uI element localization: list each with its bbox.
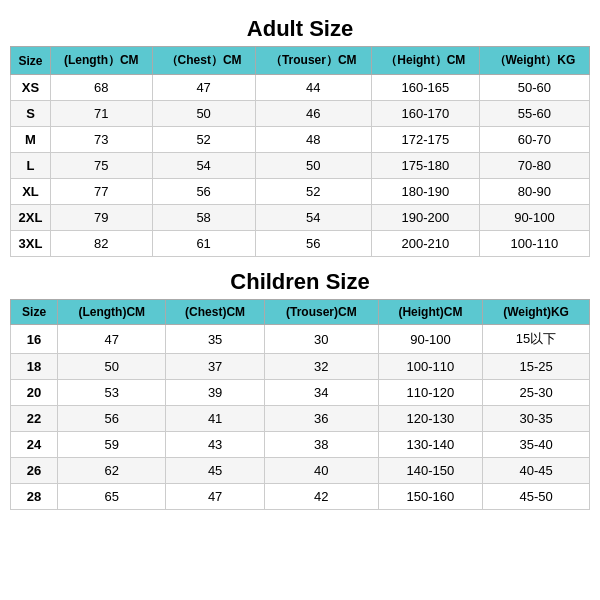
table-cell: 41 bbox=[166, 406, 265, 432]
table-cell: 38 bbox=[264, 432, 378, 458]
table-cell: 79 bbox=[51, 205, 153, 231]
table-cell: 50 bbox=[255, 153, 371, 179]
table-cell: 30-35 bbox=[483, 406, 590, 432]
table-cell: 46 bbox=[255, 101, 371, 127]
table-cell: 30 bbox=[264, 325, 378, 354]
table-cell: 34 bbox=[264, 380, 378, 406]
table-cell: 65 bbox=[58, 484, 166, 510]
table-row: XS684744160-16550-60 bbox=[11, 75, 590, 101]
adult-col-header: （Chest）CM bbox=[152, 47, 255, 75]
table-cell: 40 bbox=[264, 458, 378, 484]
children-col-header: (Height)CM bbox=[378, 300, 482, 325]
table-cell: 71 bbox=[51, 101, 153, 127]
table-cell: 18 bbox=[11, 354, 58, 380]
table-row: 20533934110-12025-30 bbox=[11, 380, 590, 406]
table-cell: 50 bbox=[152, 101, 255, 127]
table-row: 24594338130-14035-40 bbox=[11, 432, 590, 458]
table-cell: 39 bbox=[166, 380, 265, 406]
table-cell: 110-120 bbox=[378, 380, 482, 406]
table-cell: 59 bbox=[58, 432, 166, 458]
table-cell: 130-140 bbox=[378, 432, 482, 458]
table-cell: 40-45 bbox=[483, 458, 590, 484]
table-cell: 56 bbox=[152, 179, 255, 205]
table-row: XL775652180-19080-90 bbox=[11, 179, 590, 205]
table-cell: 50 bbox=[58, 354, 166, 380]
adult-col-header: （Height）CM bbox=[371, 47, 479, 75]
table-cell: 60-70 bbox=[479, 127, 589, 153]
table-cell: 26 bbox=[11, 458, 58, 484]
table-cell: 100-110 bbox=[479, 231, 589, 257]
children-col-header: (Length)CM bbox=[58, 300, 166, 325]
table-row: M735248172-17560-70 bbox=[11, 127, 590, 153]
table-cell: 44 bbox=[255, 75, 371, 101]
table-cell: 175-180 bbox=[371, 153, 479, 179]
table-cell: 58 bbox=[152, 205, 255, 231]
table-cell: 180-190 bbox=[371, 179, 479, 205]
table-cell: 2XL bbox=[11, 205, 51, 231]
table-cell: 68 bbox=[51, 75, 153, 101]
table-cell: 47 bbox=[166, 484, 265, 510]
table-cell: 35-40 bbox=[483, 432, 590, 458]
table-cell: 77 bbox=[51, 179, 153, 205]
table-cell: 16 bbox=[11, 325, 58, 354]
table-cell: 55-60 bbox=[479, 101, 589, 127]
table-cell: 54 bbox=[152, 153, 255, 179]
table-row: 26624540140-15040-45 bbox=[11, 458, 590, 484]
table-cell: 61 bbox=[152, 231, 255, 257]
children-col-header: (Weight)KG bbox=[483, 300, 590, 325]
table-cell: 15以下 bbox=[483, 325, 590, 354]
adult-col-header: （Weight）KG bbox=[479, 47, 589, 75]
table-cell: 90-100 bbox=[479, 205, 589, 231]
table-cell: 42 bbox=[264, 484, 378, 510]
adult-col-header: （Trouser）CM bbox=[255, 47, 371, 75]
table-cell: 56 bbox=[58, 406, 166, 432]
table-cell: 172-175 bbox=[371, 127, 479, 153]
adult-col-header: Size bbox=[11, 47, 51, 75]
table-cell: 160-165 bbox=[371, 75, 479, 101]
table-cell: XS bbox=[11, 75, 51, 101]
children-size-table: Size(Length)CM(Chest)CM(Trouser)CM(Heigh… bbox=[10, 299, 590, 510]
table-cell: 75 bbox=[51, 153, 153, 179]
table-cell: 48 bbox=[255, 127, 371, 153]
table-cell: 32 bbox=[264, 354, 378, 380]
children-col-header: (Trouser)CM bbox=[264, 300, 378, 325]
table-row: S715046160-17055-60 bbox=[11, 101, 590, 127]
table-cell: 52 bbox=[255, 179, 371, 205]
table-cell: 36 bbox=[264, 406, 378, 432]
table-cell: 82 bbox=[51, 231, 153, 257]
table-cell: 73 bbox=[51, 127, 153, 153]
table-cell: 45-50 bbox=[483, 484, 590, 510]
table-cell: 43 bbox=[166, 432, 265, 458]
children-col-header: (Chest)CM bbox=[166, 300, 265, 325]
table-row: 18503732100-11015-25 bbox=[11, 354, 590, 380]
table-cell: 100-110 bbox=[378, 354, 482, 380]
table-cell: 24 bbox=[11, 432, 58, 458]
table-cell: 90-100 bbox=[378, 325, 482, 354]
table-row: L755450175-18070-80 bbox=[11, 153, 590, 179]
table-cell: 45 bbox=[166, 458, 265, 484]
table-row: 28654742150-16045-50 bbox=[11, 484, 590, 510]
table-cell: L bbox=[11, 153, 51, 179]
table-cell: 3XL bbox=[11, 231, 51, 257]
table-cell: 28 bbox=[11, 484, 58, 510]
table-cell: M bbox=[11, 127, 51, 153]
table-row: 22564136120-13030-35 bbox=[11, 406, 590, 432]
table-cell: 22 bbox=[11, 406, 58, 432]
adult-col-header: (Length）CM bbox=[51, 47, 153, 75]
table-cell: 52 bbox=[152, 127, 255, 153]
table-cell: 80-90 bbox=[479, 179, 589, 205]
table-cell: 120-130 bbox=[378, 406, 482, 432]
table-cell: 70-80 bbox=[479, 153, 589, 179]
table-cell: 62 bbox=[58, 458, 166, 484]
table-cell: 150-160 bbox=[378, 484, 482, 510]
table-cell: 190-200 bbox=[371, 205, 479, 231]
table-cell: 47 bbox=[152, 75, 255, 101]
table-cell: 15-25 bbox=[483, 354, 590, 380]
table-row: 1647353090-10015以下 bbox=[11, 325, 590, 354]
table-cell: 53 bbox=[58, 380, 166, 406]
table-cell: S bbox=[11, 101, 51, 127]
table-cell: 200-210 bbox=[371, 231, 479, 257]
table-cell: XL bbox=[11, 179, 51, 205]
table-cell: 25-30 bbox=[483, 380, 590, 406]
table-cell: 20 bbox=[11, 380, 58, 406]
